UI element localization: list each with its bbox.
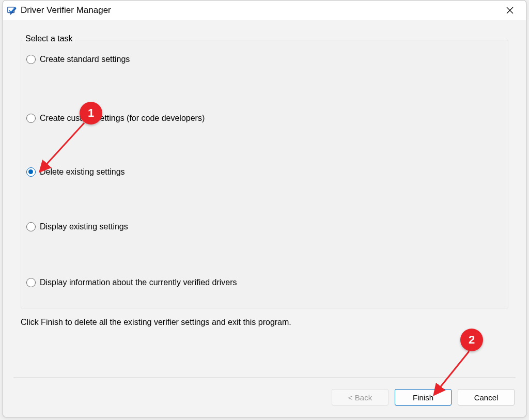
radio-input[interactable] (26, 55, 36, 64)
radio-delete-existing[interactable]: Delete existing settings (26, 167, 503, 177)
app-icon (7, 6, 17, 15)
radio-label: Create standard settings (40, 55, 130, 64)
button-row: < Back Finish Cancel (332, 389, 515, 406)
dialog-content: Select a task Create standard settings C… (3, 20, 526, 327)
window-title: Driver Verifier Manager (21, 5, 498, 15)
instruction-text: Click Finish to delete all the existing … (21, 318, 508, 327)
radio-label: Delete existing settings (40, 167, 125, 177)
radio-input[interactable] (26, 114, 36, 123)
radio-label: Display existing settings (40, 222, 128, 231)
radio-display-existing[interactable]: Display existing settings (26, 222, 503, 231)
radio-input[interactable] (26, 167, 36, 177)
radio-display-info[interactable]: Display information about the currently … (26, 278, 503, 287)
radio-input[interactable] (26, 222, 36, 231)
close-icon (506, 7, 514, 14)
radio-label: Create custom settings (for code develop… (40, 114, 205, 123)
radio-input[interactable] (26, 278, 36, 287)
radio-create-standard[interactable]: Create standard settings (26, 55, 503, 64)
separator (13, 377, 516, 378)
title-bar: Driver Verifier Manager (3, 1, 526, 20)
radio-label: Display information about the currently … (40, 278, 237, 287)
groupbox-legend: Select a task (23, 34, 75, 43)
cancel-button[interactable]: Cancel (458, 389, 515, 406)
back-button: < Back (332, 389, 388, 406)
task-groupbox: Select a task Create standard settings C… (21, 40, 508, 308)
dialog-window: Driver Verifier Manager Select a task Cr… (3, 0, 526, 417)
annotation-badge-1: 1 (80, 102, 102, 125)
annotation-badge-2: 2 (460, 329, 483, 351)
finish-button[interactable]: Finish (395, 389, 452, 406)
close-button[interactable] (498, 2, 522, 19)
